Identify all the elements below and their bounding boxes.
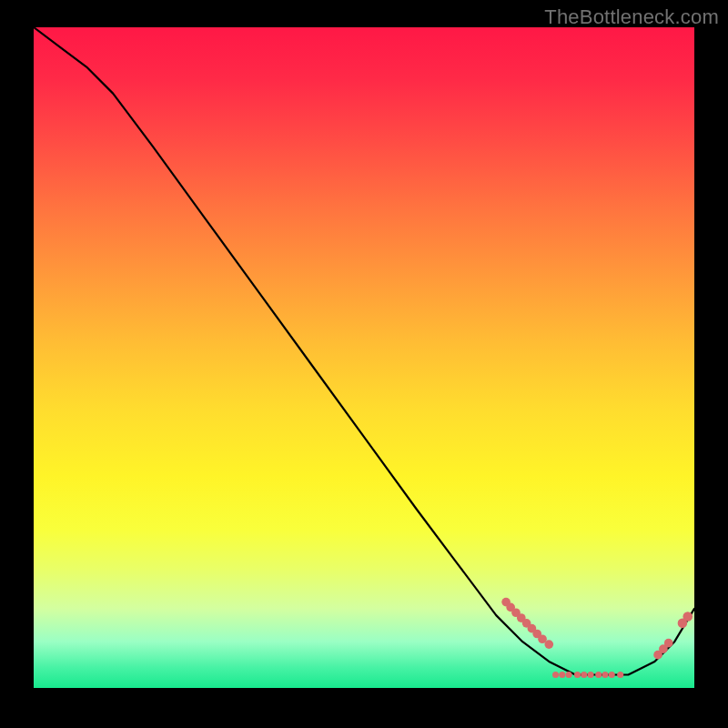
data-point — [664, 639, 673, 648]
curve-line — [34, 27, 694, 674]
data-point — [682, 612, 693, 622]
plot-area — [34, 27, 694, 688]
data-point — [609, 672, 615, 678]
curve-markers — [501, 598, 693, 678]
data-point — [602, 672, 608, 678]
data-point — [552, 672, 559, 678]
data-point — [574, 672, 581, 678]
watermark-text: TheBottleneck.com — [544, 5, 719, 29]
data-point — [581, 672, 587, 678]
data-point — [617, 672, 623, 678]
data-point — [544, 640, 553, 649]
data-point — [588, 672, 594, 678]
data-point — [566, 672, 572, 678]
data-point — [559, 672, 565, 678]
data-point — [595, 672, 602, 678]
chart-svg — [34, 27, 694, 688]
chart-stage: TheBottleneck.com — [0, 0, 728, 728]
